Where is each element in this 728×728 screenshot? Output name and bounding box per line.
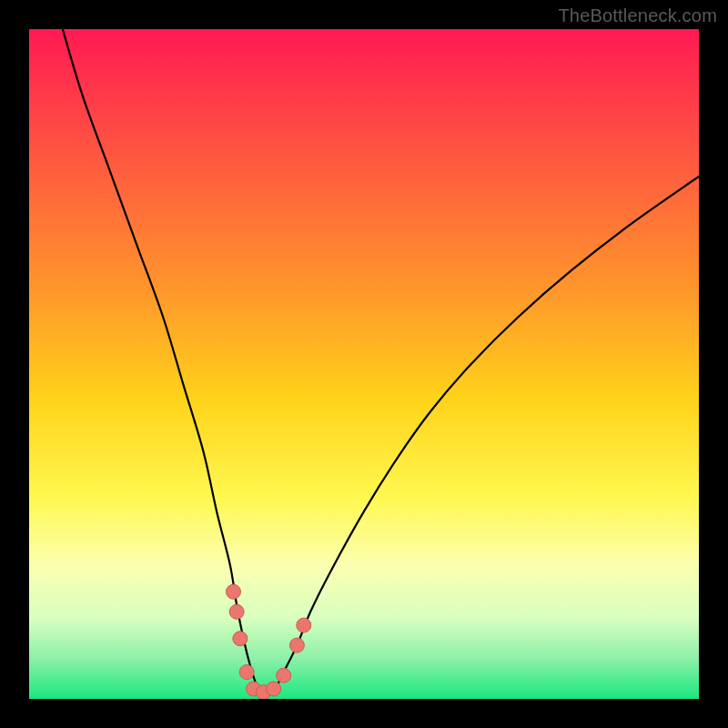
data-marker xyxy=(229,604,244,619)
curve-markers xyxy=(226,584,310,699)
data-marker xyxy=(277,668,291,682)
chart-container: TheBottleneck.com xyxy=(0,0,728,728)
bottleneck-curve xyxy=(63,29,699,693)
data-marker xyxy=(233,632,248,646)
watermark-text: TheBottleneck.com xyxy=(558,5,717,26)
data-marker xyxy=(267,682,281,696)
data-marker xyxy=(226,584,240,599)
plot-area xyxy=(29,29,699,699)
data-marker xyxy=(297,618,311,632)
curve-layer xyxy=(29,29,699,699)
data-marker xyxy=(289,638,304,652)
data-marker xyxy=(239,665,254,680)
